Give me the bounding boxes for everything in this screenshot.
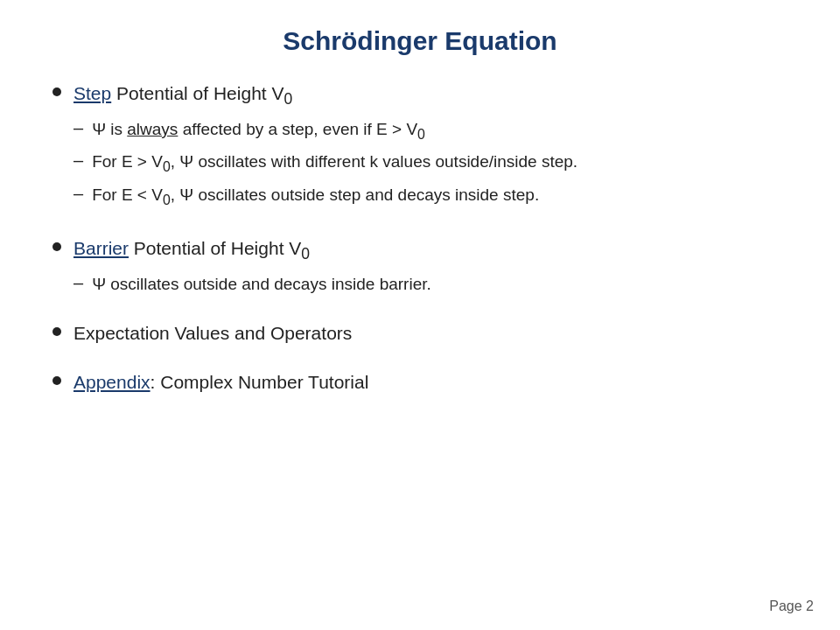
gap-2 bbox=[52, 304, 796, 320]
bullet-dot-1 bbox=[52, 88, 61, 96]
appendix-link[interactable]: Appendix bbox=[74, 372, 150, 392]
sub-text-1: Ψ is always affected by a step, even if … bbox=[92, 117, 425, 145]
always-underline: always bbox=[127, 120, 178, 138]
step-sub-bullets: – Ψ is always affected by a step, even i… bbox=[74, 117, 796, 211]
dash-3: – bbox=[74, 184, 83, 204]
dash-1: – bbox=[74, 118, 83, 138]
bullet-appendix: Appendix: Complex Number Tutorial bbox=[52, 369, 796, 395]
step-text: Potential of Height V0 bbox=[111, 83, 292, 103]
bullet-text-4: Appendix: Complex Number Tutorial bbox=[74, 369, 368, 395]
sub-text-4: Ψ oscillates outside and decays inside b… bbox=[92, 272, 431, 297]
bullet-step-potential: Step Potential of Height V0 bbox=[52, 80, 796, 110]
bullet-barrier-potential: Barrier Potential of Height V0 bbox=[52, 235, 796, 265]
bullet-dot-3 bbox=[52, 327, 61, 336]
sub-bullet-e-greater: – For E > V0, Ψ oscillates with differen… bbox=[74, 150, 796, 178]
page-number: Page 2 bbox=[769, 598, 814, 614]
expectation-text: Expectation Values and Operators bbox=[74, 323, 352, 343]
sub-text-2: For E > V0, Ψ oscillates with different … bbox=[92, 150, 578, 178]
sub-bullet-psi-always: – Ψ is always affected by a step, even i… bbox=[74, 117, 796, 145]
step-link[interactable]: Step bbox=[74, 83, 111, 103]
appendix-text: : Complex Number Tutorial bbox=[150, 372, 369, 392]
sub-text-3: For E < V0, Ψ oscillates outside step an… bbox=[92, 183, 539, 211]
page-title: Schrödinger Equation bbox=[44, 26, 796, 56]
bullet-text-1: Step Potential of Height V0 bbox=[74, 80, 292, 110]
bullet-dot-4 bbox=[52, 376, 61, 385]
barrier-text: Potential of Height V0 bbox=[129, 238, 310, 258]
gap-1 bbox=[52, 220, 796, 235]
bullet-text-3: Expectation Values and Operators bbox=[74, 320, 352, 346]
gap-3 bbox=[52, 354, 796, 369]
bullet-expectation: Expectation Values and Operators bbox=[52, 320, 796, 346]
barrier-link[interactable]: Barrier bbox=[74, 238, 129, 258]
sub-bullet-psi-barrier: – Ψ oscillates outside and decays inside… bbox=[74, 272, 796, 297]
content-area: Step Potential of Height V0 – Ψ is alway… bbox=[44, 80, 796, 395]
bullet-text-2: Barrier Potential of Height V0 bbox=[74, 235, 310, 265]
dash-4: – bbox=[74, 273, 83, 293]
barrier-sub-bullets: – Ψ oscillates outside and decays inside… bbox=[74, 272, 796, 297]
sub-bullet-e-less: – For E < V0, Ψ oscillates outside step … bbox=[74, 183, 796, 211]
page-container: Schrödinger Equation Step Potential of H… bbox=[0, 0, 840, 630]
dash-2: – bbox=[74, 150, 83, 171]
bullet-dot-2 bbox=[52, 242, 61, 251]
